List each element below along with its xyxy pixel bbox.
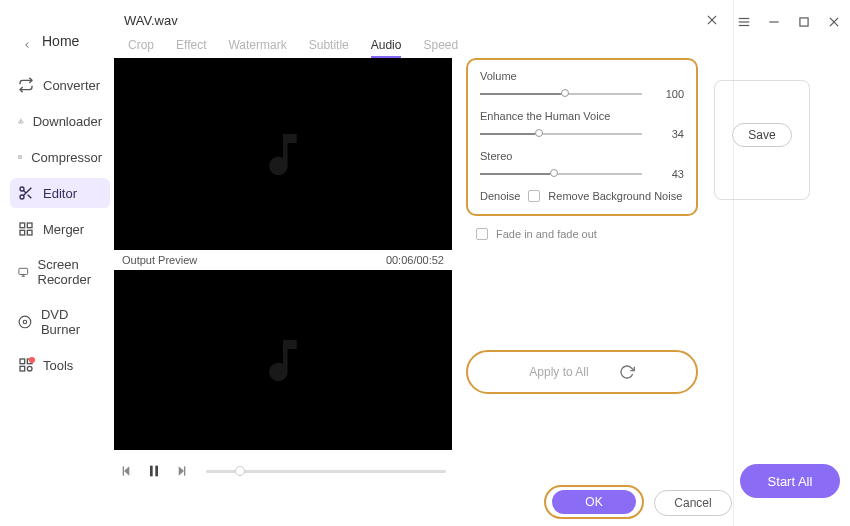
svg-marker-35 bbox=[179, 466, 184, 475]
pause-icon[interactable] bbox=[146, 463, 162, 479]
fade-row: Fade in and fade out bbox=[476, 228, 597, 240]
close-icon[interactable] bbox=[826, 14, 842, 30]
tab-effect[interactable]: Effect bbox=[176, 38, 206, 58]
sidebar-item-label: Downloader bbox=[33, 114, 102, 129]
tools-icon bbox=[18, 357, 34, 373]
output-preview bbox=[114, 270, 452, 450]
editor-icon bbox=[18, 185, 34, 201]
preview-time: 00:06/00:52 bbox=[386, 254, 444, 266]
svg-point-28 bbox=[27, 366, 32, 371]
recorder-icon bbox=[18, 264, 29, 280]
enhance-slider[interactable] bbox=[480, 133, 642, 135]
stereo-slider[interactable] bbox=[480, 173, 642, 175]
ok-highlight: OK bbox=[544, 485, 644, 519]
tab-speed[interactable]: Speed bbox=[423, 38, 458, 58]
svg-marker-31 bbox=[124, 466, 129, 475]
sidebar-item-label: Tools bbox=[43, 358, 73, 373]
editor-modal: WAV.wav Crop Effect Watermark Subtitle A… bbox=[114, 0, 734, 526]
sidebar-item-recorder[interactable]: Screen Recorder bbox=[10, 250, 110, 294]
sidebar-item-editor[interactable]: Editor bbox=[10, 178, 110, 208]
stereo-value: 43 bbox=[656, 168, 684, 180]
main-titlebar bbox=[736, 14, 842, 30]
svg-rect-4 bbox=[800, 18, 808, 26]
svg-rect-34 bbox=[155, 466, 158, 477]
refresh-icon[interactable] bbox=[619, 364, 635, 380]
stereo-label: Stereo bbox=[480, 150, 684, 162]
minimize-icon[interactable] bbox=[766, 14, 782, 30]
main-window: Home Converter Downloader Compressor Edi… bbox=[0, 0, 850, 526]
dvd-icon bbox=[18, 314, 32, 330]
denoise-checkbox[interactable] bbox=[528, 190, 540, 202]
music-note-icon bbox=[253, 127, 313, 182]
svg-rect-32 bbox=[123, 466, 124, 475]
sidebar-item-tools[interactable]: Tools bbox=[10, 350, 110, 380]
save-button[interactable]: Save bbox=[732, 123, 792, 147]
sidebar-item-label: Converter bbox=[43, 78, 100, 93]
preview-info-bar: Output Preview 00:06/00:52 bbox=[114, 250, 452, 270]
svg-rect-20 bbox=[19, 268, 28, 274]
sidebar-item-label: Merger bbox=[43, 222, 84, 237]
cancel-button[interactable]: Cancel bbox=[654, 490, 732, 516]
source-preview bbox=[114, 58, 452, 250]
next-frame-icon[interactable] bbox=[172, 463, 188, 479]
modal-title: WAV.wav bbox=[124, 13, 178, 28]
ok-button[interactable]: OK bbox=[552, 490, 636, 514]
svg-point-11 bbox=[20, 187, 24, 191]
prev-frame-icon[interactable] bbox=[120, 463, 136, 479]
maximize-icon[interactable] bbox=[796, 14, 812, 30]
enhance-value: 34 bbox=[656, 128, 684, 140]
svg-rect-18 bbox=[27, 230, 32, 235]
tab-audio[interactable]: Audio bbox=[371, 38, 402, 58]
svg-point-24 bbox=[23, 320, 26, 323]
sidebar-item-downloader[interactable]: Downloader bbox=[10, 106, 110, 136]
sidebar-item-dvd[interactable]: DVD Burner bbox=[10, 300, 110, 344]
home-label[interactable]: Home bbox=[42, 33, 79, 49]
downloader-icon bbox=[18, 113, 24, 129]
sidebar-item-merger[interactable]: Merger bbox=[10, 214, 110, 244]
sidebar-item-compressor[interactable]: Compressor bbox=[10, 142, 110, 172]
sidebar-item-label: Compressor bbox=[31, 150, 102, 165]
tab-crop[interactable]: Crop bbox=[128, 38, 154, 58]
svg-line-15 bbox=[23, 190, 26, 193]
editor-tabs: Crop Effect Watermark Subtitle Audio Spe… bbox=[128, 38, 458, 58]
fade-checkbox[interactable] bbox=[476, 228, 488, 240]
merger-icon bbox=[18, 221, 34, 237]
svg-rect-19 bbox=[20, 230, 25, 235]
volume-slider[interactable] bbox=[480, 93, 642, 95]
volume-value: 100 bbox=[656, 88, 684, 100]
modal-close-icon[interactable] bbox=[705, 13, 719, 27]
fade-label: Fade in and fade out bbox=[496, 228, 597, 240]
svg-rect-33 bbox=[150, 466, 153, 477]
enhance-label: Enhance the Human Voice bbox=[480, 110, 684, 122]
volume-label: Volume bbox=[480, 70, 684, 82]
start-all-button[interactable]: Start All bbox=[740, 464, 840, 498]
tab-watermark[interactable]: Watermark bbox=[228, 38, 286, 58]
save-panel: Save bbox=[714, 80, 810, 200]
svg-line-14 bbox=[28, 195, 32, 199]
sidebar-item-label: Screen Recorder bbox=[38, 257, 103, 287]
menu-icon[interactable] bbox=[736, 14, 752, 30]
svg-point-12 bbox=[20, 195, 24, 199]
sidebar-item-label: DVD Burner bbox=[41, 307, 102, 337]
svg-rect-17 bbox=[27, 223, 32, 228]
playback-controls bbox=[114, 458, 452, 484]
svg-point-23 bbox=[19, 316, 31, 328]
svg-rect-27 bbox=[20, 366, 25, 371]
tab-subtitle[interactable]: Subtitle bbox=[309, 38, 349, 58]
denoise-checkbox-label: Remove Background Noise bbox=[548, 190, 682, 202]
sidebar-item-converter[interactable]: Converter bbox=[10, 70, 110, 100]
playback-slider[interactable] bbox=[206, 470, 446, 473]
denoise-label: Denoise bbox=[480, 190, 520, 202]
audio-settings-panel: Volume 100 Enhance the Human Voice 34 St… bbox=[466, 58, 698, 216]
sidebar: Converter Downloader Compressor Editor M… bbox=[10, 70, 110, 386]
music-note-icon bbox=[253, 333, 313, 388]
apply-all-button[interactable]: Apply to All bbox=[529, 365, 588, 379]
svg-rect-36 bbox=[184, 466, 185, 475]
preview-label: Output Preview bbox=[122, 254, 197, 266]
svg-rect-25 bbox=[20, 359, 25, 364]
back-icon[interactable] bbox=[22, 36, 32, 50]
apply-panel: Apply to All bbox=[466, 350, 698, 394]
converter-icon bbox=[18, 77, 34, 93]
compressor-icon bbox=[18, 149, 22, 165]
sidebar-item-label: Editor bbox=[43, 186, 77, 201]
